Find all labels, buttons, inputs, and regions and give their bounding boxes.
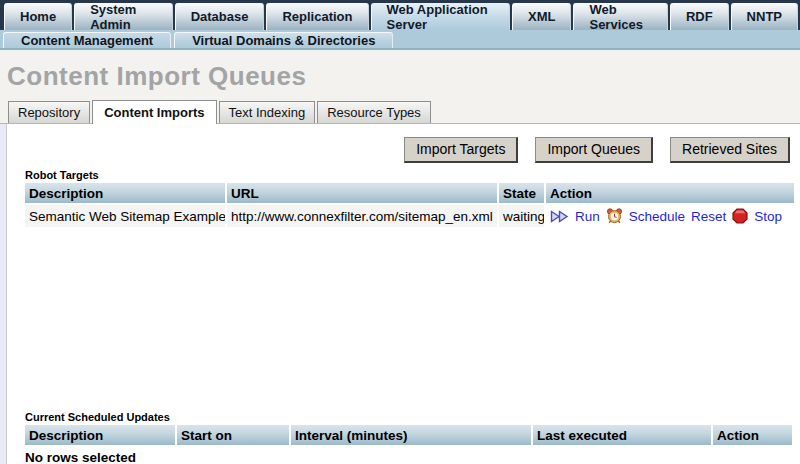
import-queues-button[interactable]: Import Queues [535, 137, 653, 163]
nav-tab-web-services[interactable]: Web Services [573, 3, 667, 30]
cell-url: http://www.connexfilter.com/sitemap_en.x… [227, 205, 497, 227]
toolbar: Import Targets Import Queues Retrieved S… [25, 137, 790, 163]
run-icon[interactable] [550, 210, 569, 223]
cell-description: Semantic Web Sitemap Example [25, 205, 225, 227]
run-link[interactable]: Run [575, 209, 600, 224]
nav-tab-replication[interactable]: Replication [266, 3, 368, 30]
tab-resource-types[interactable]: Resource Types [317, 101, 431, 123]
cell-action: Run [546, 205, 794, 227]
scheduled-updates-header-row: Description Start on Interval (minutes) … [25, 425, 792, 445]
nav-tab-rdf[interactable]: RDF [670, 3, 729, 30]
nav-tab-database[interactable]: Database [175, 3, 265, 30]
scheduled-updates-label: Current Scheduled Updates [25, 411, 790, 423]
alarm-clock-icon[interactable] [606, 208, 623, 224]
nav-tab-home[interactable]: Home [4, 3, 72, 30]
column-header-action: Action [546, 183, 794, 203]
subnav-tab-content-management[interactable]: Content Management [3, 32, 171, 48]
column-header-start-on: Start on [177, 425, 289, 445]
stop-link[interactable]: Stop [754, 209, 782, 224]
column-header-description: Description [25, 425, 175, 445]
tab-repository[interactable]: Repository [8, 101, 90, 123]
column-header-description: Description [25, 183, 225, 203]
column-header-action: Action [713, 425, 792, 445]
empty-space [25, 229, 790, 405]
table-row: Semantic Web Sitemap Example http://www.… [25, 205, 794, 227]
primary-nav-tabs: Home System Admin Database Replication W… [0, 0, 800, 30]
left-border-strip [0, 124, 7, 464]
import-targets-button[interactable]: Import Targets [404, 137, 518, 163]
tab-content-imports[interactable]: Content Imports [92, 100, 216, 124]
cell-state: waiting [499, 205, 544, 227]
nav-tab-xml[interactable]: XML [512, 3, 571, 30]
subnav-tab-virtual-domains[interactable]: Virtual Domains & Directories [174, 32, 393, 48]
nav-tab-nntp[interactable]: NNTP [731, 3, 798, 30]
robot-targets-label: Robot Targets [25, 169, 790, 181]
robot-targets-table: Description URL State Action Semantic We… [23, 181, 796, 229]
column-header-url: URL [227, 183, 497, 203]
schedule-link[interactable]: Schedule [629, 209, 685, 224]
no-rows-message: No rows selected [25, 450, 790, 464]
primary-nav: Home System Admin Database Replication W… [0, 0, 800, 30]
robot-targets-header-row: Description URL State Action [25, 183, 794, 203]
tab-text-indexing[interactable]: Text Indexing [219, 101, 316, 123]
nav-tab-web-application-server[interactable]: Web Application Server [371, 3, 511, 30]
column-header-interval: Interval (minutes) [291, 425, 531, 445]
column-header-state: State [499, 183, 544, 203]
reset-link[interactable]: Reset [691, 209, 726, 224]
page-title: Content Import Queues [7, 61, 792, 92]
section-tabstrip: Repository Content Imports Text Indexing… [0, 100, 800, 123]
column-header-last-executed: Last executed [533, 425, 711, 445]
secondary-nav: Content Management Virtual Domains & Dir… [0, 30, 800, 50]
stop-sign-icon[interactable] [732, 208, 748, 224]
title-bar: Content Import Queues [0, 50, 800, 100]
retrieved-sites-button[interactable]: Retrieved Sites [670, 137, 790, 163]
content-panel: Import Targets Import Queues Retrieved S… [0, 123, 800, 464]
app-window: Home System Admin Database Replication W… [0, 0, 800, 464]
nav-tab-system-admin[interactable]: System Admin [74, 3, 173, 30]
scheduled-updates-table: Description Start on Interval (minutes) … [23, 423, 794, 447]
